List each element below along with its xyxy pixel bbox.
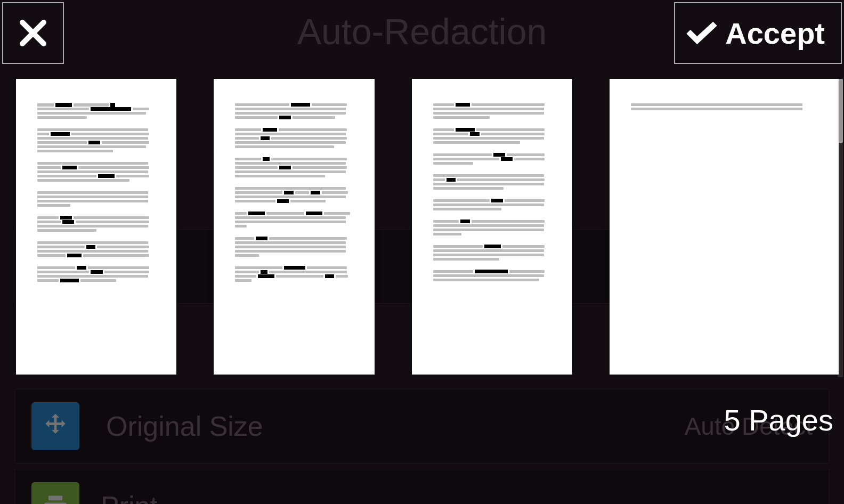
close-button[interactable] (2, 2, 64, 64)
pages-row (16, 79, 839, 377)
page-thumbnail[interactable] (214, 79, 374, 375)
scrollbar-track[interactable] (838, 79, 843, 377)
check-icon (686, 20, 718, 46)
scrollbar-thumb[interactable] (838, 79, 843, 143)
page-thumbnail[interactable] (610, 79, 839, 375)
accept-button[interactable]: Accept (674, 2, 842, 64)
page-count-label: 5 Pages (724, 403, 834, 437)
accept-label: Accept (725, 16, 825, 51)
close-icon (17, 17, 49, 49)
page-thumbnail[interactable] (16, 79, 176, 375)
page-thumbnail[interactable] (412, 79, 572, 375)
pages-viewport[interactable] (16, 79, 839, 377)
